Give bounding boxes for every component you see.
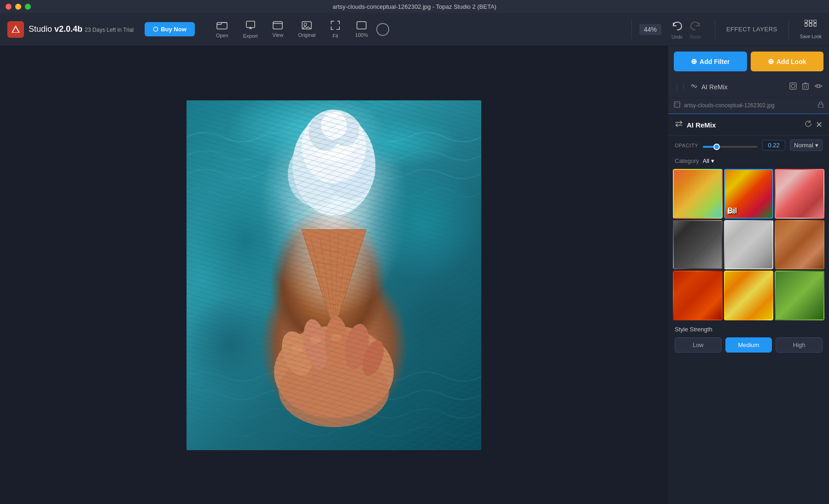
ai-remix-panel: AI ReMix ✕ OPACITY 0.22 Normal [668, 113, 829, 504]
opacity-slider[interactable] [703, 146, 758, 148]
add-look-button[interactable]: ⊕ Add Look [751, 52, 824, 71]
redo-button[interactable] [687, 19, 704, 35]
export-label: Export [243, 33, 258, 39]
svg-point-7 [304, 23, 307, 26]
svg-point-15 [292, 114, 375, 215]
category-label: Category [675, 157, 699, 164]
window-title: artsy-clouds-conceptual-1262302.jpg - To… [333, 3, 496, 10]
original-tool-button[interactable]: Original [292, 18, 322, 41]
svg-point-21 [332, 114, 359, 146]
svg-point-39 [342, 322, 373, 371]
svg-point-34 [274, 326, 394, 418]
toolbar-divider-2 [715, 20, 715, 39]
svg-point-37 [300, 317, 331, 371]
svg-point-18 [302, 110, 366, 183]
export-icon [245, 20, 256, 32]
style-strength-buttons: Low Medium High [675, 337, 823, 353]
buy-icon: ⬡ [153, 26, 158, 33]
svg-point-36 [276, 327, 318, 379]
add-filter-button[interactable]: ⊕ Add Filter [674, 52, 747, 71]
open-tool-button[interactable]: Open [210, 18, 235, 41]
category-value: All [703, 157, 709, 164]
strength-high-button[interactable]: High [776, 337, 823, 353]
svg-rect-11 [814, 20, 817, 23]
category-dropdown[interactable]: All ▾ [703, 157, 714, 164]
svg-rect-52 [674, 102, 680, 107]
style-thumb-4[interactable] [673, 220, 723, 270]
undo-button[interactable] [669, 19, 685, 35]
right-panel: ⊕ Add Filter ⊕ Add Look ⋮⋮ AI ReMix [668, 46, 829, 504]
maximize-button[interactable] [25, 4, 31, 10]
redo-label: Redo [690, 35, 701, 40]
svg-point-17 [325, 139, 375, 199]
ai-remix-header: AI ReMix ✕ [668, 114, 829, 136]
svg-line-32 [311, 289, 353, 293]
original-icon [302, 21, 312, 31]
svg-point-51 [817, 85, 820, 87]
style-thumb-8[interactable] [724, 271, 774, 320]
titlebar: artsy-clouds-conceptual-1262302.jpg - To… [0, 0, 829, 13]
svg-point-45 [791, 84, 795, 88]
lock-icon [818, 101, 823, 109]
buy-now-button[interactable]: ⬡ Buy Now [145, 22, 195, 36]
mode-circle[interactable] [376, 23, 389, 36]
category-chevron-icon: ▾ [711, 157, 714, 164]
layer-mask-button[interactable] [788, 81, 798, 93]
blend-mode-select[interactable]: Normal ▾ [790, 139, 823, 151]
refresh-icon[interactable] [805, 120, 812, 129]
style-thumb-5[interactable] [724, 220, 774, 270]
strength-medium-button[interactable]: Medium [725, 337, 772, 353]
layer-visibility-button[interactable] [813, 82, 823, 92]
view-icon [273, 21, 283, 31]
fit-tool-button[interactable]: Fit [324, 17, 347, 41]
layer-delete-button[interactable] [801, 81, 810, 93]
undo-redo-group: Undo Redo [669, 19, 704, 40]
style-thumb-7[interactable] [673, 271, 723, 320]
style-thumb-6[interactable] [775, 220, 824, 270]
toolbar-divider-3 [788, 20, 789, 39]
drag-handle-icon[interactable]: ⋮⋮ [674, 83, 687, 91]
svg-point-43 [331, 334, 342, 341]
add-look-label: Add Look [776, 58, 806, 65]
opacity-row: OPACITY 0.22 Normal ▾ [668, 136, 829, 155]
main-content: ⊕ Add Filter ⊕ Add Look ⋮⋮ AI ReMix [0, 46, 829, 504]
svg-line-30 [304, 261, 361, 267]
style-thumb-9[interactable] [775, 271, 824, 320]
export-tool-button[interactable]: Export [237, 17, 264, 41]
svg-line-28 [337, 238, 357, 321]
svg-point-42 [310, 336, 321, 343]
style-thumb-1[interactable] [673, 169, 723, 219]
svg-point-38 [325, 317, 348, 367]
svg-point-16 [288, 142, 343, 206]
original-label: Original [298, 32, 315, 38]
save-look-text: Save Look [800, 34, 822, 39]
svg-point-40 [358, 337, 388, 378]
strength-low-button[interactable]: Low [675, 337, 722, 353]
opacity-label: OPACITY [675, 143, 698, 148]
svg-point-20 [309, 114, 341, 151]
close-button[interactable] [6, 4, 12, 10]
style-thumb-3[interactable] [775, 169, 824, 219]
brand-name: Studio v2.0.4b 23 Days Left in Trial [29, 24, 134, 34]
open-icon [216, 21, 228, 31]
style-thumb-2[interactable]: Bil [724, 169, 774, 219]
opacity-value[interactable]: 0.22 [762, 140, 785, 151]
effect-layers-label: EFFECT LAYERS [726, 26, 777, 33]
add-filter-label: Add Filter [700, 58, 730, 65]
fit-label: Fit [333, 33, 338, 39]
thumb-label-2: Bil [728, 207, 737, 215]
zoom100-tool-button[interactable]: 100% [349, 18, 374, 41]
trial-text: 23 Days Left in Trial [85, 27, 134, 33]
view-tool-button[interactable]: View [266, 18, 290, 41]
layer-remix-icon [690, 82, 698, 92]
svg-rect-3 [246, 21, 255, 28]
save-look-button[interactable]: Save Look [800, 20, 822, 39]
svg-rect-13 [809, 23, 812, 26]
svg-rect-9 [805, 20, 807, 23]
svg-rect-12 [805, 23, 807, 26]
opacity-slider-wrap [703, 141, 758, 150]
fit-icon [330, 20, 340, 32]
minimize-button[interactable] [15, 4, 21, 10]
brand-logo [7, 21, 24, 38]
ai-remix-close-button[interactable]: ✕ [816, 120, 823, 130]
